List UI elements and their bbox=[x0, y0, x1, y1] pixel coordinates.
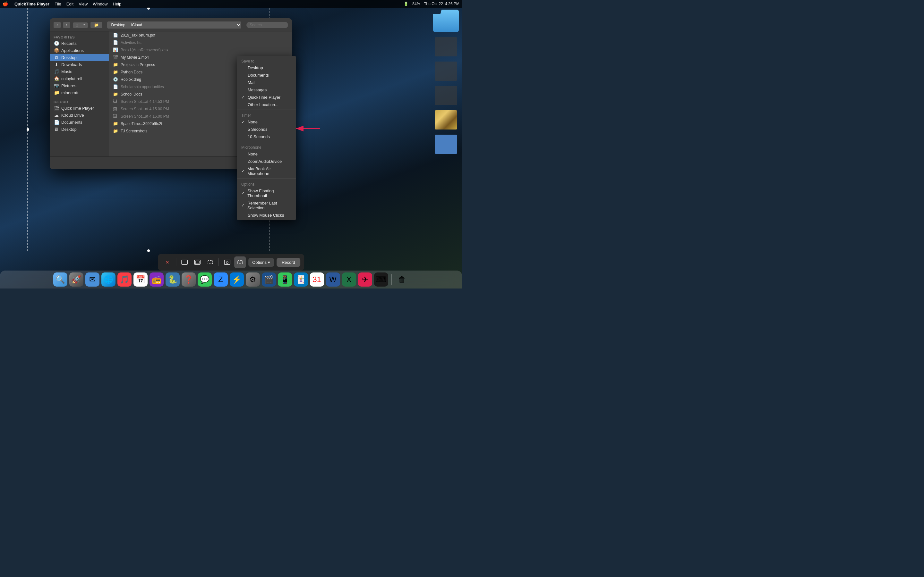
menubar-view[interactable]: View bbox=[79, 2, 87, 6]
clock: Thu Oct 22 4:26 PM bbox=[424, 2, 459, 6]
file-icon-movie: 🎬 bbox=[113, 55, 118, 60]
divider-1 bbox=[237, 110, 296, 110]
timer-10sec[interactable]: 10 Seconds bbox=[237, 133, 296, 140]
dock-quicktime[interactable]: 🎬 bbox=[262, 272, 276, 287]
timer-5sec[interactable]: 5 Seconds bbox=[237, 126, 296, 133]
dock-facetime[interactable]: 📱 bbox=[278, 272, 292, 287]
save-to-quicktime[interactable]: ✓ QuickTime Player bbox=[237, 93, 296, 101]
dock-excel[interactable]: X bbox=[342, 272, 356, 287]
dock-python[interactable]: 🐍 bbox=[166, 272, 180, 287]
sidebar-item-desktop[interactable]: 🖥 Desktop bbox=[50, 54, 109, 61]
sidebar-item-icloud-drive[interactable]: ☁ iCloud Drive bbox=[50, 111, 109, 119]
save-to-desktop[interactable]: Desktop bbox=[237, 64, 296, 71]
file-item-activities[interactable]: 📄 Activities list bbox=[109, 39, 292, 46]
view-toggle: ⊞ ≡ bbox=[73, 23, 88, 28]
action-button[interactable]: 📁 bbox=[90, 22, 102, 28]
opt-show-clicks[interactable]: Show Mouse Clicks bbox=[237, 211, 296, 219]
dock-vscode[interactable]: ⚡ bbox=[230, 272, 244, 287]
opt-floating-thumbnail[interactable]: ✓ Show Floating Thumbnail bbox=[237, 187, 296, 199]
save-to-other[interactable]: Other Location... bbox=[237, 101, 296, 108]
check-timer-none: ✓ bbox=[241, 120, 246, 124]
dock-trash[interactable]: 🗑 bbox=[395, 272, 409, 287]
sidebar-pictures-label: Pictures bbox=[61, 83, 76, 88]
sidebar-item-minecraft[interactable]: 📁 minecraft bbox=[50, 89, 109, 96]
dialog-toolbar: ‹ › ⊞ ≡ 📁 Desktop — iCloud bbox=[50, 18, 292, 31]
menubar-edit[interactable]: Edit bbox=[66, 2, 73, 6]
sidebar-item-recents[interactable]: 🕐 Recents bbox=[50, 40, 109, 47]
opt-remember-selection[interactable]: ✓ Remember Last Selection bbox=[237, 199, 296, 211]
dock-trello[interactable]: 🃏 bbox=[294, 272, 308, 287]
dock-systemprefs[interactable]: ⚙ bbox=[246, 272, 260, 287]
menubar-app-name[interactable]: QuickTime Player bbox=[15, 2, 49, 6]
dock-safari[interactable]: 🌐 bbox=[102, 272, 115, 287]
save-to-documents[interactable]: Documents bbox=[237, 71, 296, 79]
close-record-button[interactable]: ✕ bbox=[162, 256, 173, 268]
view-icon-btn[interactable]: ⊞ bbox=[73, 23, 81, 28]
timer-none-label: None bbox=[248, 119, 258, 124]
sidebar-item-documents[interactable]: 📄 Documents bbox=[50, 119, 109, 126]
check-quicktime: ✓ bbox=[241, 95, 246, 100]
file-item-book[interactable]: 📊 Book1(AutoRecovered).xlsx bbox=[109, 46, 292, 53]
dock-calendar[interactable]: 📅 bbox=[134, 272, 148, 287]
apple-menu[interactable]: 🍎 bbox=[3, 1, 8, 6]
minecraft-icon: 📁 bbox=[53, 90, 59, 95]
dock-finder[interactable]: 🔍 bbox=[53, 272, 67, 287]
menubar-help[interactable]: Help bbox=[113, 2, 121, 6]
dock-terminal[interactable]: ⌨ bbox=[374, 272, 388, 287]
save-other-label: Other Location... bbox=[248, 102, 278, 107]
mic-none[interactable]: None bbox=[237, 150, 296, 158]
file-icon-scholarship: 📄 bbox=[113, 84, 118, 89]
location-select[interactable]: Desktop — iCloud bbox=[107, 21, 241, 29]
battery-icon: 🔋 bbox=[404, 2, 409, 6]
file-item-taxreturn[interactable]: 📄 2019_TaxReturn.pdf bbox=[109, 31, 292, 39]
options-button[interactable]: Options ▾ bbox=[248, 258, 274, 267]
timer-none[interactable]: ✓ None bbox=[237, 118, 296, 126]
dock-zoom[interactable]: Z bbox=[214, 272, 228, 287]
record-fullscreen-btn[interactable] bbox=[179, 256, 190, 268]
sidebar-item-home[interactable]: 🏠 colbyluttrell bbox=[50, 75, 109, 82]
sidebar-icloud-drive-label: iCloud Drive bbox=[61, 113, 84, 118]
sidebar-item-downloads[interactable]: ⬇ Downloads bbox=[50, 61, 109, 68]
divider-3 bbox=[237, 179, 296, 179]
dock-question[interactable]: ❓ bbox=[182, 272, 196, 287]
dock-separator bbox=[391, 274, 392, 285]
check-remember: ✓ bbox=[241, 203, 246, 208]
mic-zoom[interactable]: ZoomAudioDevice bbox=[237, 158, 296, 165]
dock-messages[interactable]: 💬 bbox=[198, 272, 212, 287]
menubar-file[interactable]: File bbox=[55, 2, 61, 6]
dock-mail[interactable]: ✉ bbox=[86, 272, 99, 287]
sidebar-item-desktop2[interactable]: 🖥 Desktop bbox=[50, 126, 109, 133]
record-selection-btn[interactable] bbox=[204, 256, 216, 268]
back-button[interactable]: ‹ bbox=[53, 22, 61, 28]
save-to-mail[interactable]: Mail bbox=[237, 79, 296, 86]
menubar-window[interactable]: Window bbox=[93, 2, 107, 6]
dock-word[interactable]: W bbox=[326, 272, 340, 287]
sidebar-panel: Favorites 🕐 Recents 📦 Applications 🖥 Des… bbox=[50, 31, 109, 156]
sidebar-item-pictures[interactable]: 📷 Pictures bbox=[50, 82, 109, 89]
file-name-taxreturn: 2019_TaxReturn.pdf bbox=[121, 33, 288, 37]
svg-rect-6 bbox=[224, 260, 230, 264]
sidebar-item-quicktime[interactable]: 🎬 QuickTime Player bbox=[50, 105, 109, 111]
thumb-5 bbox=[435, 135, 457, 154]
save-to-messages[interactable]: Messages bbox=[237, 86, 296, 93]
save-messages-label: Messages bbox=[248, 87, 267, 92]
chevron-down-icon: ▾ bbox=[268, 260, 270, 265]
forward-button[interactable]: › bbox=[63, 22, 70, 28]
sidebar-desktop-label: Desktop bbox=[61, 55, 77, 60]
dock-music[interactable]: 🎵 bbox=[118, 272, 132, 287]
search-input[interactable] bbox=[246, 22, 288, 28]
record-window-btn[interactable] bbox=[192, 256, 203, 268]
record-button[interactable]: Record bbox=[276, 258, 300, 267]
sidebar-item-applications[interactable]: 📦 Applications bbox=[50, 47, 109, 54]
sidebar-item-music[interactable]: 🎵 Music bbox=[50, 68, 109, 75]
screenshot-screen-btn[interactable] bbox=[221, 256, 233, 268]
dock-launchpad[interactable]: 🚀 bbox=[69, 272, 83, 287]
file-icon-taxreturn: 📄 bbox=[113, 33, 118, 37]
mic-macbook[interactable]: ✓ MacBook Air Microphone bbox=[237, 165, 296, 177]
screenshot-selection-btn[interactable] bbox=[234, 256, 246, 268]
view-list-btn[interactable]: ≡ bbox=[81, 23, 88, 28]
dock-podcasts[interactable]: 📻 bbox=[150, 272, 164, 287]
dock-arrow[interactable]: ✈ bbox=[358, 272, 372, 287]
sidebar-quicktime-label: QuickTime Player bbox=[61, 106, 94, 111]
dock-calendar2[interactable]: 31 bbox=[310, 272, 324, 287]
